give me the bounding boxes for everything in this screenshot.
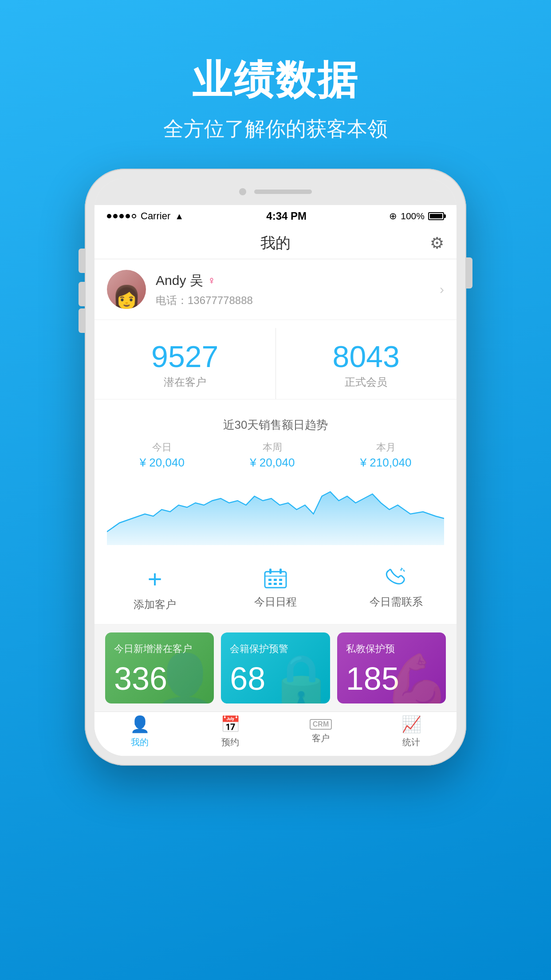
profile-info: Andy 吴 ♀ 电话：13677778888 (156, 272, 253, 308)
today-schedule-action[interactable]: 今日日程 (215, 553, 336, 624)
chart-week: 本周 ¥ 20,040 (250, 441, 295, 470)
today-contact-action[interactable]: 今日需联系 (336, 553, 457, 624)
stat-potential-customers[interactable]: 9527 潜在客户 (94, 328, 276, 399)
tab-mine-icon: 👤 (130, 715, 150, 734)
profile-section[interactable]: Andy 吴 ♀ 电话：13677778888 › (94, 259, 457, 320)
stat-number-right: 8043 (276, 341, 457, 371)
today-schedule-label: 今日日程 (254, 595, 297, 609)
chart-week-label: 本周 (250, 441, 295, 454)
chart-month-label: 本月 (360, 441, 412, 454)
status-bar: Carrier ▲ 4:34 PM ⊕ 100% (94, 205, 457, 227)
svg-rect-6 (279, 579, 282, 581)
tab-schedule-icon: 📅 (220, 715, 240, 734)
tab-schedule[interactable]: 📅 预约 (185, 715, 276, 753)
stat-number-left: 9527 (94, 341, 276, 371)
chart-title: 近30天销售额日趋势 (107, 417, 444, 433)
chart-svg (107, 478, 444, 545)
wifi-icon: ▲ (175, 211, 184, 221)
page-header: 业绩数据 全方位了解你的获客本领 (163, 53, 388, 143)
cards-section: 今日新增潜在客户 336 👤 会籍保护预警 68 🔒 私教保护预 185 💪 (94, 624, 457, 711)
battery-percent: 100% (401, 211, 425, 221)
svg-rect-4 (268, 579, 272, 581)
actions-section: + 添加客户 (94, 553, 457, 624)
chart-week-value: ¥ 20,040 (250, 456, 295, 470)
battery-fill (430, 214, 442, 218)
tab-schedule-label: 预约 (221, 736, 239, 748)
avatar-image (107, 270, 146, 309)
settings-icon[interactable]: ⚙ (430, 234, 444, 253)
tab-stats[interactable]: 📈 统计 (366, 715, 457, 753)
chart-today-value: ¥ 20,040 (140, 456, 185, 470)
nav-bar: 我的 ⚙ (94, 227, 457, 259)
svg-rect-5 (274, 579, 277, 581)
phone-speaker (254, 190, 312, 194)
signal-icon (107, 214, 136, 218)
tab-stats-label: 统计 (402, 736, 420, 748)
chart-month: 本月 ¥ 210,040 (360, 441, 412, 470)
plus-icon: + (143, 567, 167, 591)
chart-today: 今日 ¥ 20,040 (140, 441, 185, 470)
card-watermark-1: 🔒 (268, 655, 330, 703)
svg-rect-7 (268, 583, 272, 585)
phone-screen: Carrier ▲ 4:34 PM ⊕ 100% 我的 ⚙ (94, 178, 457, 756)
today-contact-label: 今日需联系 (370, 595, 423, 609)
calendar-icon (264, 567, 287, 589)
card-potential-customers[interactable]: 今日新增潜在客户 336 👤 (105, 632, 214, 703)
svg-rect-8 (274, 583, 277, 585)
tab-customers-label: 客户 (312, 732, 330, 744)
svg-rect-9 (279, 583, 282, 585)
crm-badge: CRM (310, 719, 332, 730)
location-icon: ⊕ (389, 211, 397, 221)
status-left: Carrier ▲ (107, 210, 184, 222)
stat-label-left: 潜在客户 (94, 375, 276, 389)
stat-label-right: 正式会员 (276, 375, 457, 389)
tab-customers[interactable]: CRM 客户 (276, 719, 366, 749)
profile-phone: 电话：13677778888 (156, 293, 253, 308)
avatar (107, 270, 146, 309)
tab-mine-label: 我的 (131, 736, 149, 748)
profile-name: Andy 吴 ♀ (156, 272, 253, 290)
clock: 4:34 PM (266, 210, 307, 222)
nav-title: 我的 (260, 233, 291, 253)
chart-section: 近30天销售额日趋势 今日 ¥ 20,040 本周 ¥ 20,040 本月 ¥ … (94, 407, 457, 545)
page-title: 业绩数据 (163, 53, 388, 107)
page-subtitle: 全方位了解你的获客本领 (163, 115, 388, 143)
svg-rect-3 (279, 569, 282, 574)
card-membership-warning[interactable]: 会籍保护预警 68 🔒 (221, 632, 330, 703)
card-personal-training[interactable]: 私教保护预 185 💪 (337, 632, 446, 703)
tab-mine[interactable]: 👤 我的 (94, 715, 185, 753)
battery-body (428, 212, 444, 220)
bottom-tabs: 👤 我的 📅 预约 CRM 客户 📈 统计 (94, 711, 457, 756)
add-customer-label: 添加客户 (134, 597, 176, 612)
app-screen: 我的 ⚙ Andy 吴 ♀ 电话：13677778888 (94, 227, 457, 756)
carrier-label: Carrier (141, 210, 170, 222)
gender-icon: ♀ (208, 274, 216, 287)
chevron-right-icon: › (440, 282, 444, 297)
profile-left: Andy 吴 ♀ 电话：13677778888 (107, 270, 253, 309)
svg-rect-2 (269, 569, 272, 574)
add-customer-action[interactable]: + 添加客户 (94, 553, 215, 624)
battery-icon (428, 212, 444, 220)
status-right: ⊕ 100% (389, 211, 444, 221)
stat-formal-members[interactable]: 8043 正式会员 (276, 328, 457, 399)
front-camera (239, 188, 246, 195)
tab-stats-icon: 📈 (401, 715, 421, 734)
chart-area (107, 478, 444, 545)
chart-stats: 今日 ¥ 20,040 本周 ¥ 20,040 本月 ¥ 210,040 (107, 441, 444, 470)
phone-notch (94, 178, 457, 205)
stats-section: 9527 潜在客户 8043 正式会员 (94, 328, 457, 399)
chart-month-value: ¥ 210,040 (360, 456, 412, 470)
card-watermark-0: 👤 (152, 655, 214, 703)
card-watermark-2: 💪 (384, 655, 446, 703)
phone-contact-icon (384, 567, 408, 589)
phone-frame: Carrier ▲ 4:34 PM ⊕ 100% 我的 ⚙ (85, 169, 466, 766)
chart-today-label: 今日 (140, 441, 185, 454)
